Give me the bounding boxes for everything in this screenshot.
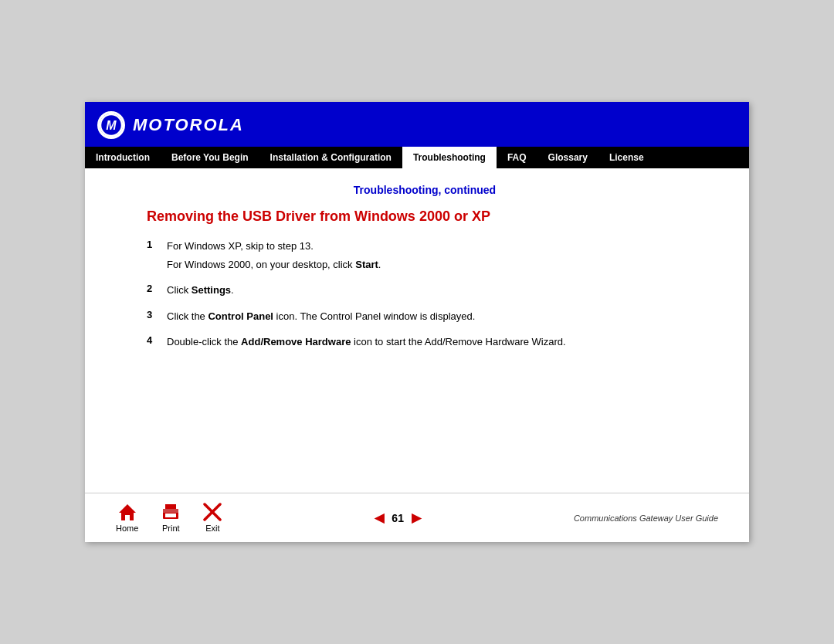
exit-icon <box>203 503 222 521</box>
nav-faq[interactable]: FAQ <box>497 147 537 168</box>
step-1-line-2: For Windows 2000, on your desktop, click… <box>167 257 703 273</box>
print-button[interactable]: Print <box>160 503 181 533</box>
footer-center: ◀ 61 ▶ <box>375 510 421 525</box>
svg-rect-6 <box>163 509 178 513</box>
step-content-2: Click Settings. <box>167 283 703 301</box>
header: M MOTOROLA <box>85 102 749 147</box>
print-label: Print <box>162 524 180 533</box>
home-button[interactable]: Home <box>116 503 138 533</box>
home-label: Home <box>116 524 138 533</box>
nav-troubleshooting[interactable]: Troubleshooting <box>402 147 497 168</box>
motorola-m-icon: M <box>97 111 125 139</box>
exit-label: Exit <box>205 524 219 533</box>
prev-page-arrow[interactable]: ◀ <box>375 510 384 525</box>
next-page-arrow[interactable]: ▶ <box>412 510 421 525</box>
step-number-4: 4 <box>147 334 158 346</box>
step-4: 4 Double-click the Add/Remove Hardware i… <box>147 334 703 353</box>
content-area: Troubleshooting, continued Removing the … <box>85 168 749 493</box>
page-number: 61 <box>392 512 404 524</box>
nav-installation[interactable]: Installation & Configuration <box>259 147 402 168</box>
footer: Home Print Exit <box>85 493 749 542</box>
motorola-logo: M MOTOROLA <box>97 111 244 139</box>
home-icon <box>117 503 137 521</box>
page-container: M MOTOROLA Introduction Before You Begin… <box>85 102 749 542</box>
step-2: 2 Click Settings. <box>147 283 703 301</box>
svg-text:M: M <box>106 119 117 132</box>
step-content-1: For Windows XP, skip to step 13. For Win… <box>167 239 703 275</box>
guide-title: Communications Gateway User Guide <box>574 514 718 523</box>
step-3-line-1: Click the Control Panel icon. The Contro… <box>167 309 703 324</box>
step-1: 1 For Windows XP, skip to step 13. For W… <box>147 239 703 275</box>
svg-rect-4 <box>165 504 176 510</box>
exit-button[interactable]: Exit <box>203 503 222 533</box>
step-number-2: 2 <box>147 283 158 294</box>
step-number-3: 3 <box>147 309 158 320</box>
step-content-4: Double-click the Add/Remove Hardware ico… <box>167 334 703 353</box>
step-1-line-1: For Windows XP, skip to step 13. <box>167 239 703 254</box>
nav-bar: Introduction Before You Begin Installati… <box>85 147 749 168</box>
step-3: 3 Click the Control Panel icon. The Cont… <box>147 309 703 327</box>
step-2-line-1: Click Settings. <box>167 283 703 298</box>
brand-name: MOTOROLA <box>133 115 244 135</box>
print-icon <box>160 503 181 521</box>
steps-list: 1 For Windows XP, skip to step 13. For W… <box>147 239 703 353</box>
nav-before-you-begin[interactable]: Before You Begin <box>161 147 259 168</box>
svg-marker-2 <box>119 504 136 520</box>
nav-introduction[interactable]: Introduction <box>85 147 161 168</box>
nav-license[interactable]: License <box>598 147 655 168</box>
nav-glossary[interactable]: Glossary <box>537 147 598 168</box>
page-heading: Removing the USB Driver from Windows 200… <box>147 208 703 225</box>
step-4-line-1: Double-click the Add/Remove Hardware ico… <box>167 334 703 350</box>
step-number-1: 1 <box>147 239 158 250</box>
svg-rect-5 <box>165 514 176 517</box>
step-content-3: Click the Control Panel icon. The Contro… <box>167 309 703 327</box>
footer-left: Home Print Exit <box>116 503 222 533</box>
section-title: Troubleshooting, continued <box>147 184 703 196</box>
